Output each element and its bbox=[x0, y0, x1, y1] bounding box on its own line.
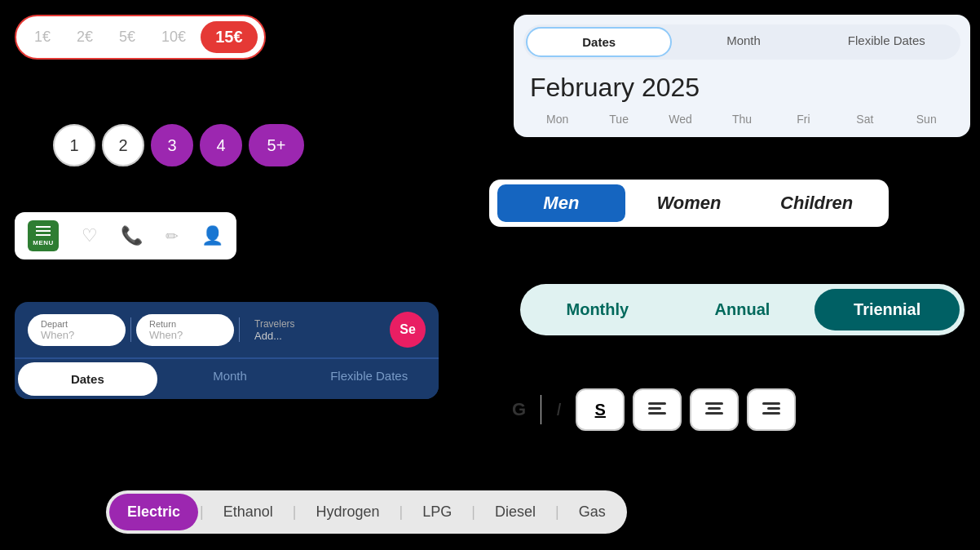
num-btn-5plus[interactable]: 5+ bbox=[249, 124, 304, 166]
weekday-mon: Mon bbox=[527, 109, 588, 129]
num-btn-2[interactable]: 2 bbox=[102, 124, 144, 166]
weekday-thu: Thu bbox=[711, 109, 772, 129]
menu-icon[interactable]: MENU bbox=[28, 220, 59, 251]
fuel-divider-3: | bbox=[398, 503, 405, 521]
phone-icon[interactable]: 📞 bbox=[121, 225, 143, 246]
travelers-field[interactable]: Travelers Add... bbox=[245, 315, 305, 345]
fuel-divider-5: | bbox=[554, 503, 561, 521]
date-picker-tabs: Dates Month Flexible Dates bbox=[523, 24, 960, 60]
fuel-divider-2: | bbox=[291, 503, 298, 521]
fuel-lpg-btn[interactable]: LPG bbox=[404, 494, 470, 530]
period-annual-btn[interactable]: Annual bbox=[670, 289, 815, 330]
weekday-wed: Wed bbox=[650, 109, 711, 129]
return-value: When? bbox=[149, 329, 221, 341]
date-tab-month[interactable]: Month bbox=[672, 27, 814, 57]
fuel-gas-btn[interactable]: Gas bbox=[561, 494, 624, 530]
fuel-hydrogen-btn[interactable]: Hydrogen bbox=[298, 494, 397, 530]
svg-rect-8 bbox=[762, 412, 780, 415]
pencil-icon[interactable]: ✏ bbox=[166, 227, 179, 246]
fuel-selector: Electric | Ethanol | Hydrogen | LPG | Di… bbox=[106, 490, 627, 534]
num-btn-1[interactable]: 1 bbox=[53, 124, 95, 166]
fuel-electric-btn[interactable]: Electric bbox=[109, 494, 198, 530]
depart-field[interactable]: Depart When? bbox=[28, 314, 126, 346]
date-tab-dates[interactable]: Dates bbox=[526, 27, 672, 57]
heart-icon[interactable]: ♡ bbox=[82, 225, 98, 246]
svg-rect-5 bbox=[705, 412, 723, 415]
fuel-divider-4: | bbox=[470, 503, 477, 521]
format-divider-1 bbox=[541, 395, 541, 424]
strikethrough-button[interactable]: S bbox=[576, 388, 625, 431]
gender-selector: Men Women Children bbox=[489, 180, 889, 227]
fuel-ethanol-btn[interactable]: Ethanol bbox=[205, 494, 291, 530]
weekday-fri: Fri bbox=[773, 109, 834, 129]
fuel-diesel-btn[interactable]: Diesel bbox=[477, 494, 554, 530]
italic-button[interactable]: I bbox=[550, 393, 567, 427]
depart-value: When? bbox=[41, 329, 113, 341]
date-month-title: February 2025 bbox=[514, 60, 970, 109]
price-btn-15[interactable]: 15€ bbox=[201, 21, 257, 53]
weekday-sun: Sun bbox=[896, 109, 957, 129]
bold-button[interactable]: G bbox=[505, 393, 532, 427]
align-left-button[interactable] bbox=[633, 388, 682, 431]
align-center-button[interactable] bbox=[690, 388, 739, 431]
travelers-label: Travelers bbox=[254, 318, 295, 330]
svg-rect-4 bbox=[708, 407, 721, 410]
svg-rect-2 bbox=[648, 412, 666, 415]
period-triennial-btn[interactable]: Triennial bbox=[814, 289, 960, 330]
align-right-button[interactable] bbox=[747, 388, 796, 431]
icon-bar: MENU ♡ 📞 ✏ 👤 bbox=[15, 212, 236, 259]
price-btn-1[interactable]: 1€ bbox=[23, 24, 62, 51]
flight-divider-1 bbox=[130, 317, 131, 342]
date-weekdays: Mon Tue Wed Thu Fri Sat Sun bbox=[514, 109, 970, 129]
flight-search: Depart When? Return When? Travelers Add.… bbox=[15, 302, 439, 399]
period-monthly-btn[interactable]: Monthly bbox=[525, 289, 670, 330]
return-field[interactable]: Return When? bbox=[136, 314, 234, 346]
svg-rect-6 bbox=[762, 402, 780, 405]
price-btn-10[interactable]: 10€ bbox=[150, 24, 197, 51]
flight-tabs: Dates Month Flexible Dates bbox=[15, 357, 439, 399]
gender-children-btn[interactable]: Children bbox=[753, 184, 881, 222]
number-selector: 1 2 3 4 5+ bbox=[53, 124, 304, 166]
period-selector: Monthly Annual Triennial bbox=[520, 284, 965, 335]
date-picker: Dates Month Flexible Dates February 2025… bbox=[514, 15, 970, 137]
search-button[interactable]: Se bbox=[390, 312, 426, 348]
svg-rect-3 bbox=[705, 402, 723, 405]
user-icon[interactable]: 👤 bbox=[201, 225, 223, 246]
date-tab-flexible[interactable]: Flexible Dates bbox=[815, 27, 958, 57]
num-btn-4[interactable]: 4 bbox=[200, 124, 242, 166]
price-btn-2[interactable]: 2€ bbox=[65, 24, 104, 51]
svg-rect-1 bbox=[648, 407, 661, 410]
format-toolbar: G I S bbox=[505, 388, 796, 431]
flight-tab-flexible[interactable]: Flexible Dates bbox=[299, 359, 439, 399]
travelers-value: Add... bbox=[254, 330, 295, 342]
num-btn-3[interactable]: 3 bbox=[151, 124, 193, 166]
svg-rect-7 bbox=[767, 407, 780, 410]
flight-tab-month[interactable]: Month bbox=[161, 359, 300, 399]
depart-label: Depart bbox=[41, 319, 113, 329]
flight-divider-2 bbox=[239, 317, 240, 342]
weekday-tue: Tue bbox=[588, 109, 649, 129]
gender-women-btn[interactable]: Women bbox=[625, 184, 753, 222]
fuel-divider-1: | bbox=[198, 503, 205, 521]
price-selector: 1€ 2€ 5€ 10€ 15€ bbox=[15, 15, 266, 60]
weekday-sat: Sat bbox=[834, 109, 895, 129]
price-btn-5[interactable]: 5€ bbox=[108, 24, 147, 51]
return-label: Return bbox=[149, 319, 221, 329]
flight-tab-dates[interactable]: Dates bbox=[18, 362, 157, 396]
gender-men-btn[interactable]: Men bbox=[497, 184, 625, 222]
svg-rect-0 bbox=[648, 402, 666, 405]
